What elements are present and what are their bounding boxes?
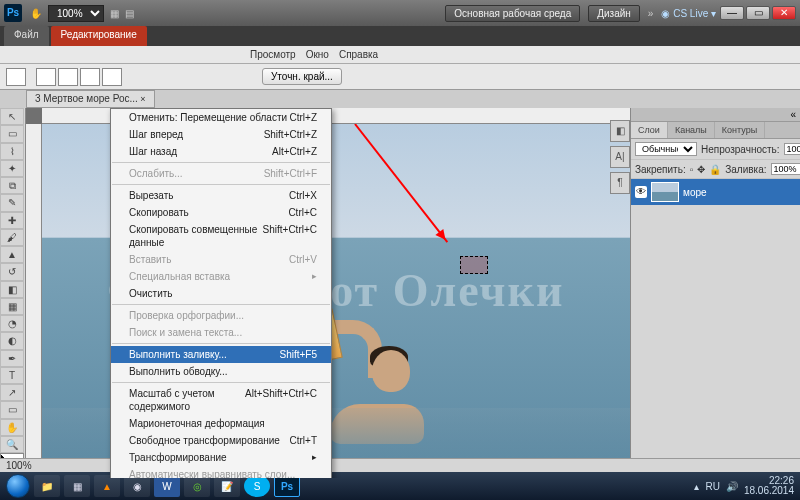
sel-add-icon[interactable] bbox=[58, 68, 78, 86]
view-grid-icon[interactable]: ▦ bbox=[110, 8, 119, 19]
edit-menu-dropdown: Отменить: Перемещение областиCtrl+Z Шаг … bbox=[110, 108, 332, 478]
path-tool[interactable]: ↗ bbox=[0, 384, 24, 401]
tab-file[interactable]: Файл bbox=[4, 26, 49, 46]
canvas-area: Фотошоп от Олечки Отменить: Перемещение … bbox=[26, 108, 630, 478]
panel-history-icon[interactable]: ◧ bbox=[610, 120, 630, 142]
mi-spelling: Проверка орфографии... bbox=[111, 307, 331, 324]
blur-tool[interactable]: ◔ bbox=[0, 315, 24, 332]
panel-collapse-icon[interactable]: « bbox=[631, 108, 800, 122]
eyedropper-tool[interactable]: ✎ bbox=[0, 194, 24, 211]
type-tool[interactable]: T bbox=[0, 367, 24, 384]
mi-clear[interactable]: Очистить bbox=[111, 285, 331, 302]
toolbox: ↖ ▭ ⌇ ✦ ⧉ ✎ ✚ 🖌 ▲ ↺ ◧ ▦ ◔ ◐ ✒ T ↗ ▭ ✋ 🔍 bbox=[0, 108, 26, 478]
brush-tool[interactable]: 🖌 bbox=[0, 229, 24, 246]
mi-puppet-warp[interactable]: Марионеточная деформация bbox=[111, 415, 331, 432]
panel-paragraph-icon[interactable]: ¶ bbox=[610, 172, 630, 194]
mi-find-replace: Поиск и замена текста... bbox=[111, 324, 331, 341]
mi-transform[interactable]: Трансформирование▸ bbox=[111, 449, 331, 466]
marquee-tool[interactable]: ▭ bbox=[0, 125, 24, 142]
tool-preset-icon[interactable] bbox=[6, 68, 26, 86]
tab-channels[interactable]: Каналы bbox=[668, 122, 715, 138]
zoom-tool[interactable]: 🔍 bbox=[0, 436, 24, 453]
tb-photoshop-icon[interactable]: Ps bbox=[274, 475, 300, 497]
layer-row[interactable]: 👁 море bbox=[631, 179, 800, 205]
history-brush-tool[interactable]: ↺ bbox=[0, 263, 24, 280]
workspace-design-button[interactable]: Дизайн bbox=[588, 5, 640, 22]
lasso-tool[interactable]: ⌇ bbox=[0, 143, 24, 160]
sel-int-icon[interactable] bbox=[102, 68, 122, 86]
tb-notes-icon[interactable]: 📝 bbox=[214, 475, 240, 497]
lock-all-icon[interactable]: 🔒 bbox=[709, 164, 721, 175]
mi-copy-merged[interactable]: Скопировать совмещенные данныеShift+Ctrl… bbox=[111, 221, 331, 251]
mi-free-transform[interactable]: Свободное трансформированиеCtrl+T bbox=[111, 432, 331, 449]
tb-word-icon[interactable]: W bbox=[154, 475, 180, 497]
maximize-button[interactable]: ▭ bbox=[746, 6, 770, 20]
tb-explorer-icon[interactable]: 📁 bbox=[34, 475, 60, 497]
tb-vlc-icon[interactable]: ▲ bbox=[94, 475, 120, 497]
eraser-tool[interactable]: ◧ bbox=[0, 281, 24, 298]
mi-undo[interactable]: Отменить: Перемещение областиCtrl+Z bbox=[111, 109, 331, 126]
tb-agent-icon[interactable]: ◎ bbox=[184, 475, 210, 497]
pen-tool[interactable]: ✒ bbox=[0, 350, 24, 367]
lock-pixels-icon[interactable]: ▫ bbox=[690, 164, 694, 175]
mi-fill[interactable]: Выполнить заливку...Shift+F5 bbox=[111, 346, 331, 363]
layer-thumbnail[interactable] bbox=[651, 182, 679, 202]
hand-icon[interactable]: ✋ bbox=[30, 8, 42, 19]
fill-input[interactable] bbox=[771, 163, 801, 175]
lock-position-icon[interactable]: ✥ bbox=[697, 164, 705, 175]
tab-edit[interactable]: Редактирование bbox=[51, 26, 147, 46]
tab-layers[interactable]: Слои bbox=[631, 122, 668, 138]
mi-stroke[interactable]: Выполнить обводку... bbox=[111, 363, 331, 380]
sel-new-icon[interactable] bbox=[36, 68, 56, 86]
start-button[interactable] bbox=[6, 474, 30, 498]
workspace-more-icon[interactable]: » bbox=[648, 8, 654, 19]
close-button[interactable]: ✕ bbox=[772, 6, 796, 20]
fill-label: Заливка: bbox=[725, 164, 766, 175]
workspace-main-button[interactable]: Основная рабочая среда bbox=[445, 5, 580, 22]
refine-edge-button[interactable]: Уточн. край... bbox=[262, 68, 342, 85]
mi-content-aware-scale[interactable]: Масштаб с учетом содержимогоAlt+Shift+Ct… bbox=[111, 385, 331, 415]
layer-visibility-icon[interactable]: 👁 bbox=[635, 186, 647, 198]
mi-cut[interactable]: ВырезатьCtrl+X bbox=[111, 187, 331, 204]
menu-window[interactable]: Окно bbox=[302, 48, 333, 61]
sel-sub-icon[interactable] bbox=[80, 68, 100, 86]
tray-lang[interactable]: RU bbox=[705, 481, 719, 492]
titlebar: Ps ✋ 100% ▦ ▤ Основная рабочая среда Диз… bbox=[0, 0, 800, 26]
tb-skype-icon[interactable]: S bbox=[244, 475, 270, 497]
tray-flag-icon[interactable]: 🔊 bbox=[726, 481, 738, 492]
mi-step-forward[interactable]: Шаг впередShift+Ctrl+Z bbox=[111, 126, 331, 143]
menu-view[interactable]: Просмотр bbox=[246, 48, 300, 61]
status-zoom[interactable]: 100% bbox=[6, 460, 32, 471]
tb-chrome-icon[interactable]: ◉ bbox=[124, 475, 150, 497]
lock-label: Закрепить: bbox=[635, 164, 686, 175]
tab-paths[interactable]: Контуры bbox=[715, 122, 765, 138]
blend-mode-select[interactable]: Обычные bbox=[635, 142, 697, 156]
panel-character-icon[interactable]: A| bbox=[610, 146, 630, 168]
dodge-tool[interactable]: ◐ bbox=[0, 332, 24, 349]
menubar: Просмотр Окно Справка bbox=[0, 46, 800, 64]
mi-step-backward[interactable]: Шаг назадAlt+Ctrl+Z bbox=[111, 143, 331, 160]
move-tool[interactable]: ↖ bbox=[0, 108, 24, 125]
document-tab[interactable]: 3 Мертвое море Рос... × bbox=[26, 90, 155, 108]
stamp-tool[interactable]: ▲ bbox=[0, 246, 24, 263]
wand-tool[interactable]: ✦ bbox=[0, 160, 24, 177]
gradient-tool[interactable]: ▦ bbox=[0, 298, 24, 315]
shape-tool[interactable]: ▭ bbox=[0, 401, 24, 418]
layer-name[interactable]: море bbox=[683, 187, 707, 198]
mi-copy[interactable]: СкопироватьCtrl+C bbox=[111, 204, 331, 221]
tray-clock[interactable]: 22:2618.06.2014 bbox=[744, 476, 794, 496]
tray-more-icon[interactable]: ▴ bbox=[694, 481, 699, 492]
ps-logo: Ps bbox=[4, 4, 22, 22]
opacity-label: Непрозрачность: bbox=[701, 144, 780, 155]
view-rulers-icon[interactable]: ▤ bbox=[125, 8, 134, 19]
menu-help[interactable]: Справка bbox=[335, 48, 382, 61]
opacity-input[interactable] bbox=[784, 143, 800, 155]
crop-tool[interactable]: ⧉ bbox=[0, 177, 24, 194]
mi-fade: Ослабить...Shift+Ctrl+F bbox=[111, 165, 331, 182]
cslive-button[interactable]: ◉ CS Live ▾ bbox=[661, 8, 716, 19]
tb-totalcmd-icon[interactable]: ▦ bbox=[64, 475, 90, 497]
hand-tool[interactable]: ✋ bbox=[0, 419, 24, 436]
heal-tool[interactable]: ✚ bbox=[0, 212, 24, 229]
minimize-button[interactable]: — bbox=[720, 6, 744, 20]
zoom-select[interactable]: 100% bbox=[48, 5, 104, 22]
